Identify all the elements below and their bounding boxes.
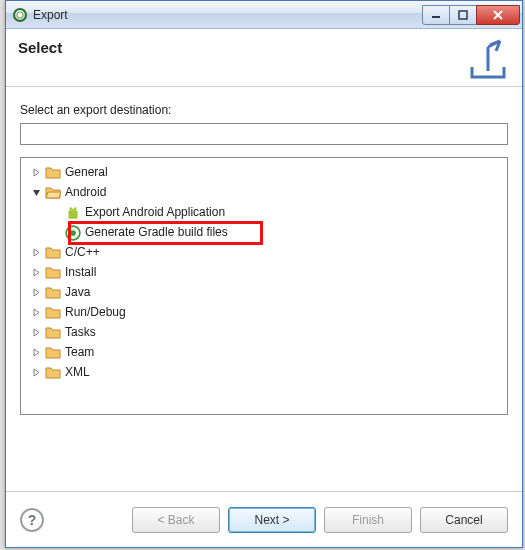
dialog-header: Select: [6, 29, 522, 87]
chevron-right-icon[interactable]: [29, 305, 43, 319]
gradle-icon: [65, 225, 81, 239]
chevron-right-icon[interactable]: [29, 265, 43, 279]
dialog-footer: ? < Back Next > Finish Cancel: [6, 491, 522, 547]
android-icon: [65, 205, 81, 219]
cancel-button[interactable]: Cancel: [420, 507, 508, 533]
chevron-down-icon[interactable]: [29, 185, 43, 199]
folder-icon: [45, 165, 61, 179]
tree-item-cpp[interactable]: C/C++: [23, 242, 505, 262]
finish-button[interactable]: Finish: [324, 507, 412, 533]
next-button[interactable]: Next >: [228, 507, 316, 533]
help-button[interactable]: ?: [20, 508, 44, 532]
destination-input[interactable]: [20, 123, 508, 145]
export-icon: [466, 39, 510, 83]
tree-item-rundebug[interactable]: Run/Debug: [23, 302, 505, 322]
svg-rect-4: [68, 211, 77, 219]
tree-item-team[interactable]: Team: [23, 342, 505, 362]
folder-icon: [45, 345, 61, 359]
tree-item-general[interactable]: General: [23, 162, 505, 182]
tree-item-java[interactable]: Java: [23, 282, 505, 302]
export-tree[interactable]: General Android Export Android Applicati…: [20, 157, 508, 415]
chevron-right-icon[interactable]: [29, 325, 43, 339]
tree-item-android[interactable]: Android: [23, 182, 505, 202]
chevron-right-icon[interactable]: [29, 365, 43, 379]
window-title: Export: [33, 8, 423, 22]
tree-item-export-android-app[interactable]: Export Android Application: [23, 202, 505, 222]
tree-item-generate-gradle[interactable]: Generate Gradle build files: [23, 222, 505, 242]
folder-open-icon: [45, 185, 61, 199]
minimize-button[interactable]: [422, 5, 450, 25]
export-dialog: Export Select Select an export destinati…: [5, 0, 523, 548]
folder-icon: [45, 305, 61, 319]
folder-icon: [45, 285, 61, 299]
titlebar[interactable]: Export: [6, 1, 522, 29]
tree-item-install[interactable]: Install: [23, 262, 505, 282]
svg-rect-3: [459, 11, 467, 19]
chevron-right-icon[interactable]: [29, 285, 43, 299]
folder-icon: [45, 325, 61, 339]
folder-icon: [45, 365, 61, 379]
tree-item-xml[interactable]: XML: [23, 362, 505, 382]
tree-item-tasks[interactable]: Tasks: [23, 322, 505, 342]
chevron-right-icon[interactable]: [29, 245, 43, 259]
destination-label: Select an export destination:: [20, 103, 508, 117]
maximize-button[interactable]: [449, 5, 477, 25]
svg-point-1: [17, 12, 23, 18]
close-button[interactable]: [476, 5, 520, 25]
app-icon: [12, 7, 28, 23]
folder-icon: [45, 245, 61, 259]
chevron-right-icon[interactable]: [29, 165, 43, 179]
svg-rect-2: [432, 16, 440, 18]
back-button[interactable]: < Back: [132, 507, 220, 533]
page-title: Select: [18, 39, 466, 56]
svg-point-8: [70, 230, 76, 236]
chevron-right-icon[interactable]: [29, 345, 43, 359]
folder-icon: [45, 265, 61, 279]
